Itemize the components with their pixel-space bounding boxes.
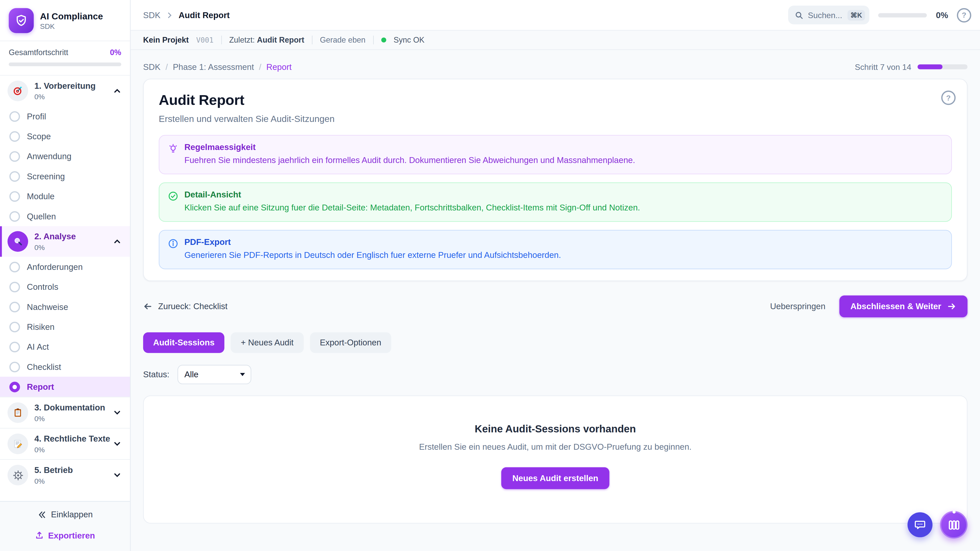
- radio-icon: [10, 151, 20, 162]
- chevron-down-icon: [113, 471, 121, 479]
- page-crumb-phase[interactable]: Phase 1: Assessment: [173, 62, 254, 72]
- finish-next-button[interactable]: Abschliessen & Weiter: [839, 295, 967, 318]
- page-crumb-root[interactable]: SDK: [143, 62, 161, 72]
- export-label: Exportieren: [48, 530, 95, 540]
- topbar: SDK Audit Report Suchen... ⌘K 0%: [130, 0, 980, 30]
- sidebar-item-label: Module: [27, 192, 54, 201]
- status-filter-select-wrap: Alle: [178, 365, 251, 384]
- back-button[interactable]: Zurueck: Checklist: [143, 302, 228, 311]
- sidebar-item-controls[interactable]: Controls: [0, 277, 130, 297]
- help-button[interactable]: ?: [957, 8, 971, 22]
- sidebar-item-risiken[interactable]: Risiken: [0, 317, 130, 337]
- sidebar-item-anforderungen[interactable]: Anforderungen: [0, 257, 130, 277]
- sidebar-section-vorbereitung[interactable]: 1. Vorbereitung 0%: [0, 76, 130, 106]
- status-filter-select[interactable]: Alle: [178, 365, 251, 384]
- sidebar-item-profil[interactable]: Profil: [0, 106, 130, 126]
- sidebar-section-dokumentation[interactable]: 3. Dokumentation 0%: [0, 397, 130, 428]
- wizard-nav: Zurueck: Checklist Ueberspringen Abschli…: [143, 295, 967, 318]
- status-filter-label: Status:: [143, 370, 169, 379]
- clipboard-icon: [7, 402, 28, 423]
- columns-fab-button[interactable]: [940, 511, 967, 538]
- divider: [221, 36, 221, 44]
- last-saved-time: Gerade eben: [320, 36, 366, 44]
- sidebar-nav: 1. Vorbereitung 0% Profil Scope Anwendun…: [0, 76, 130, 501]
- sidebar-item-ai-act[interactable]: AI Act: [0, 337, 130, 357]
- card-help-button[interactable]: ?: [941, 91, 956, 105]
- lightbulb-icon: [168, 144, 178, 167]
- section-label: 3. Dokumentation: [35, 403, 107, 413]
- step-indicator: Schritt 7 von 14: [855, 62, 967, 72]
- create-audit-button[interactable]: Neues Audit erstellen: [501, 467, 609, 489]
- sidebar-item-label: Scope: [27, 132, 51, 141]
- tip-regelmaessigkeit: Regelmaessigkeit Fuehren Sie mindestens …: [159, 135, 952, 174]
- empty-state-text: Erstellen Sie ein neues Audit, um mit de…: [156, 442, 954, 451]
- section-progress: 0%: [35, 477, 107, 484]
- collapse-sidebar-button[interactable]: Einklappen: [37, 510, 93, 519]
- sidebar-item-scope[interactable]: Scope: [0, 126, 130, 146]
- divider: [373, 36, 374, 44]
- empty-state-card: Keine Audit-Sessions vorhanden Erstellen…: [143, 395, 967, 523]
- radio-icon: [10, 262, 20, 272]
- status-bar: Kein Projekt V001 Zuletzt: Audit Report …: [130, 30, 980, 50]
- sidebar-item-label: Checklist: [27, 362, 61, 372]
- chevron-up-icon: [113, 238, 121, 246]
- radio-icon: [10, 111, 20, 122]
- search-icon: [795, 11, 803, 19]
- export-button[interactable]: Exportieren: [35, 530, 95, 540]
- step-progress-track: [918, 64, 967, 69]
- page-title: Audit Report: [159, 92, 952, 109]
- tip-pdf-export: PDF-Export Generieren Sie PDF-Reports in…: [159, 230, 952, 269]
- sidebar-section-analyse[interactable]: 2. Analyse 0%: [0, 226, 130, 257]
- page-subtitle: Erstellen und verwalten Sie Audit-Sitzun…: [159, 114, 952, 124]
- sidebar-item-label: Report: [27, 382, 54, 392]
- sidebar-section-betrieb[interactable]: 5. Betrieb 0%: [0, 460, 130, 490]
- memo-pencil-icon: [7, 433, 28, 454]
- sidebar-item-quellen[interactable]: Quellen: [0, 206, 130, 226]
- app-logo-block: AI Compliance SDK: [0, 0, 130, 41]
- sidebar-section-rechtliche-texte[interactable]: 4. Rechtliche Texte 0%: [0, 429, 130, 459]
- sync-status-dot: [381, 38, 386, 43]
- overall-progress-value: 0%: [110, 48, 121, 57]
- tip-detail-ansicht: Detail-Ansicht Klicken Sie auf eine Sitz…: [159, 183, 952, 222]
- sidebar-item-nachweise[interactable]: Nachweise: [0, 297, 130, 317]
- tab-export-optionen[interactable]: Export-Optionen: [310, 332, 391, 353]
- overall-progress-block: Gesamtfortschritt 0%: [0, 41, 130, 75]
- empty-state-title: Keine Audit-Sessions vorhanden: [156, 423, 954, 435]
- search-input[interactable]: Suchen... ⌘K: [788, 6, 870, 24]
- radio-icon: [10, 211, 20, 222]
- sidebar-item-label: Nachweise: [27, 302, 68, 311]
- skip-button[interactable]: Ueberspringen: [770, 302, 825, 311]
- sidebar-item-module[interactable]: Module: [0, 186, 130, 206]
- page-nav-row: SDK / Phase 1: Assessment / Report Schri…: [143, 56, 967, 77]
- last-visited-label: Zuletzt:: [229, 36, 255, 44]
- chevron-down-icon: [113, 440, 121, 448]
- chat-bubble-icon: [914, 519, 926, 531]
- section-progress: 0%: [35, 93, 107, 100]
- sidebar-item-checklist[interactable]: Checklist: [0, 357, 130, 376]
- radio-icon: [10, 362, 20, 372]
- app-title: AI Compliance: [40, 11, 103, 21]
- sidebar-item-label: Screening: [27, 171, 65, 181]
- tip-text: Fuehren Sie mindestens jaehrlich ein for…: [184, 155, 635, 167]
- radio-icon: [10, 191, 20, 202]
- sidebar-item-screening[interactable]: Screening: [0, 166, 130, 186]
- overall-progress-label: Gesamtfortschritt: [9, 48, 68, 57]
- finish-next-label: Abschliessen & Weiter: [850, 302, 941, 311]
- target-icon: [7, 81, 28, 101]
- breadcrumb-root[interactable]: SDK: [143, 10, 161, 20]
- app-subtitle: SDK: [40, 23, 103, 30]
- chat-fab-button[interactable]: [907, 512, 932, 537]
- tab-audit-sessions[interactable]: Audit-Sessions: [143, 332, 224, 353]
- radio-icon: [10, 341, 20, 352]
- page-content: SDK / Phase 1: Assessment / Report Schri…: [130, 50, 980, 551]
- tab-neues-audit[interactable]: + Neues Audit: [231, 332, 304, 353]
- sidebar: AI Compliance SDK Gesamtfortschritt 0%: [0, 0, 130, 551]
- chevron-down-icon: [113, 409, 121, 417]
- gear-icon: [7, 465, 28, 486]
- sidebar-item-anwendung[interactable]: Anwendung: [0, 146, 130, 166]
- columns-icon: [947, 518, 960, 531]
- step-progress-fill: [918, 64, 942, 69]
- slash-separator: /: [165, 62, 168, 72]
- sidebar-item-report[interactable]: Report: [0, 377, 130, 397]
- slash-separator: /: [259, 62, 261, 72]
